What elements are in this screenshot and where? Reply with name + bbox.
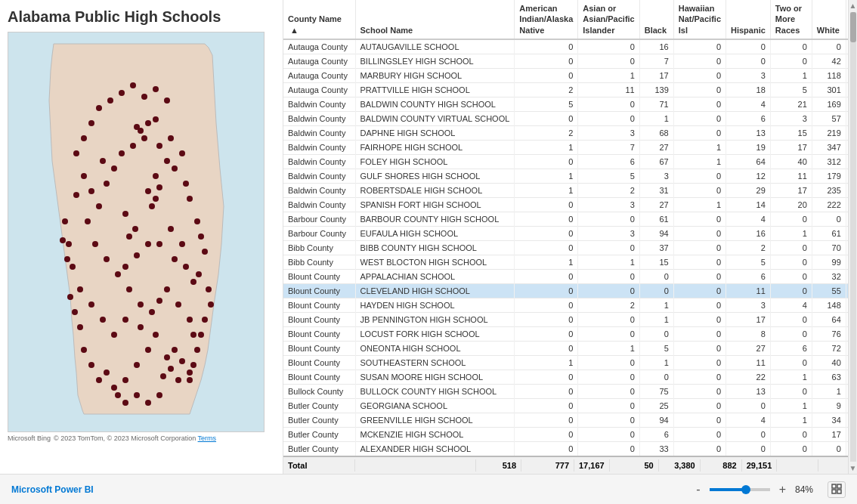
powerbi-link[interactable]: Microsoft Power BI (11, 484, 94, 495)
alabama-map (8, 32, 265, 432)
col-county[interactable]: County Name ▲ (283, 0, 355, 39)
col-american-indian[interactable]: American Indian/Alaska Native (515, 0, 578, 39)
svg-point-69 (134, 362, 140, 368)
total-school (355, 459, 476, 472)
scrollbar[interactable]: ▲ ▼ (848, 0, 857, 474)
table-cell: 1 (770, 369, 812, 384)
svg-point-104 (145, 400, 151, 406)
table-cell: Barbour County (283, 226, 355, 240)
table-cell: Butler County (283, 441, 355, 456)
fit-page-button[interactable] (828, 481, 846, 498)
table-row[interactable]: Bibb CountyWEST BLOCTON HIGH SCHOOL11150… (283, 255, 848, 269)
zoom-slider[interactable] (710, 488, 770, 491)
svg-point-32 (92, 241, 98, 247)
table-cell: 0 (515, 413, 578, 427)
map-title: Alabama Public High Schools (8, 8, 275, 26)
table-row[interactable]: Baldwin CountyGULF SHORES HIGH SCHOOL153… (283, 169, 848, 183)
table-cell: 1 (639, 298, 673, 312)
table-cell: 0 (673, 369, 726, 384)
table-row[interactable]: Baldwin CountyFAIRHOPE HIGH SCHOOL172711… (283, 140, 848, 154)
table-row[interactable]: Blount CountySUSAN MOORE HIGH SCHOOL0000… (283, 369, 848, 384)
terms-link[interactable]: Terms (198, 434, 217, 442)
col-hispanic[interactable]: Hispanic (726, 0, 771, 39)
table-row[interactable]: Baldwin CountyROBERTSDALE HIGH SCHOOL123… (283, 183, 848, 197)
table-row[interactable]: Butler CountyGEORGIANA SCHOOL0025001922 (283, 398, 848, 413)
table-row[interactable]: Bibb CountyBIBB COUNTY HIGH SCHOOL003702… (283, 240, 848, 255)
col-white[interactable]: White (812, 0, 846, 39)
col-hawaiian[interactable]: Hawaiian Nat/Pacific Isl (673, 0, 726, 39)
table-wrapper[interactable]: County Name ▲ School Name American India… (283, 0, 848, 456)
table-cell: 0 (515, 111, 578, 125)
table-cell: 0 (673, 413, 726, 427)
table-row[interactable]: Barbour CountyEUFAULA HIGH SCHOOL0394016… (283, 226, 848, 240)
table-cell: AUTAUGAVILLE SCHOOL (355, 39, 515, 54)
col-black[interactable]: Black (639, 0, 673, 39)
table-cell: 1 (578, 255, 639, 269)
table-row[interactable]: Baldwin CountyBALDWIN COUNTY HIGH SCHOOL… (283, 97, 848, 111)
zoom-slider-thumb[interactable] (741, 485, 750, 494)
table-row[interactable]: Blount CountyLOCUST FORK HIGH SCHOOL0000… (283, 326, 848, 341)
table-row[interactable]: Blount CountySOUTHEASTERN SCHOOL10101104… (283, 355, 848, 369)
zoom-out-button[interactable]: - (693, 483, 703, 496)
table-cell: 0 (515, 240, 578, 255)
table-cell: 0 (673, 111, 726, 125)
table-cell: EUFAULA HIGH SCHOOL (355, 226, 515, 240)
table-row[interactable]: Blount CountyJB PENNINGTON HIGH SCHOOL00… (283, 312, 848, 326)
table-cell: 3 (578, 125, 639, 140)
table-row[interactable]: Baldwin CountyFOLEY HIGH SCHOOL066716440… (283, 154, 848, 169)
table-cell: GEORGIANA SCHOOL (355, 398, 515, 413)
table-row[interactable]: Baldwin CountySPANISH FORT HIGH SCHOOL03… (283, 197, 848, 212)
svg-point-7 (172, 347, 178, 353)
map-container[interactable] (8, 32, 265, 432)
table-row[interactable]: Blount CountyCLEVELAND HIGH SCHOOL000011… (283, 283, 848, 298)
table-cell: 6 (726, 269, 771, 283)
table-cell: Baldwin County (283, 183, 355, 197)
table-cell: 17 (812, 427, 846, 441)
table-row[interactable]: Autauga CountyMARBURY HIGH SCHOOL0117031… (283, 68, 848, 82)
table-row[interactable]: Butler CountyGREENVILLE HIGH SCHOOL00940… (283, 413, 848, 427)
table-row[interactable]: Baldwin CountyDAPHNE HIGH SCHOOL23680131… (283, 125, 848, 140)
scroll-track[interactable] (850, 12, 856, 462)
zoom-in-button[interactable]: + (776, 483, 789, 496)
table-cell: 6 (578, 154, 639, 169)
table-cell: 3 (770, 111, 812, 125)
table-row[interactable]: Autauga CountyAUTAUGAVILLE SCHOOL0016000… (283, 39, 848, 54)
col-asian[interactable]: Asian or Asian/Pacific Islander (578, 0, 639, 39)
table-row[interactable]: Butler CountyMCKENZIE HIGH SCHOOL0060001… (283, 427, 848, 441)
table-cell: 169 (812, 97, 846, 111)
table-row[interactable]: Blount CountyAPPALACHIAN SCHOOL000060324… (283, 269, 848, 283)
table-cell: 0 (812, 441, 846, 456)
table-cell: Blount County (283, 341, 355, 355)
table-cell: 0 (515, 154, 578, 169)
table-cell: 1 (515, 355, 578, 369)
table-row[interactable]: Autauga CountyPRATTVILLE HIGH SCHOOL2111… (283, 82, 848, 97)
table-cell: 55 (812, 283, 846, 298)
table-cell: 0 (578, 283, 639, 298)
table-row[interactable]: Blount CountyONEONTA HIGH SCHOOL01502767… (283, 341, 848, 355)
table-row[interactable]: Blount CountyHAYDEN HIGH SCHOOL021034148… (283, 298, 848, 312)
table-row[interactable]: Butler CountyALEXANDER HIGH SCHOOL003300… (283, 441, 848, 456)
col-proficient[interactable]: % Proficient in Math (846, 0, 848, 39)
svg-point-30 (73, 192, 79, 198)
table-cell: 18 (726, 82, 771, 97)
table-cell: 1 (515, 255, 578, 269)
table-cell: 67 (639, 154, 673, 169)
table-row[interactable]: Barbour CountyBARBOUR COUNTY HIGH SCHOOL… (283, 212, 848, 226)
scroll-down-btn[interactable]: ▼ (849, 464, 857, 472)
table-cell: 0 (673, 226, 726, 240)
svg-point-53 (130, 143, 136, 149)
table-cell: 1 (770, 68, 812, 82)
table-cell: Blount County (283, 312, 355, 326)
col-school[interactable]: School Name (355, 0, 515, 39)
scroll-thumb[interactable] (850, 12, 856, 42)
table-row[interactable]: Baldwin CountyBALDWIN COUNTY VIRTUAL SCH… (283, 111, 848, 125)
scroll-up-btn[interactable]: ▲ (849, 2, 857, 10)
svg-point-47 (179, 241, 185, 247)
table-cell: 70 (812, 240, 846, 255)
svg-point-52 (190, 332, 196, 338)
table-row[interactable]: Bullock CountyBULLOCK COUNTY HIGH SCHOOL… (283, 384, 848, 398)
table-row[interactable]: Autauga CountyBILLINGSLEY HIGH SCHOOL007… (283, 54, 848, 68)
table-cell: BALDWIN COUNTY VIRTUAL SCHOOL (355, 111, 515, 125)
svg-point-20 (141, 135, 147, 141)
col-two-more[interactable]: Two or More Races (770, 0, 812, 39)
